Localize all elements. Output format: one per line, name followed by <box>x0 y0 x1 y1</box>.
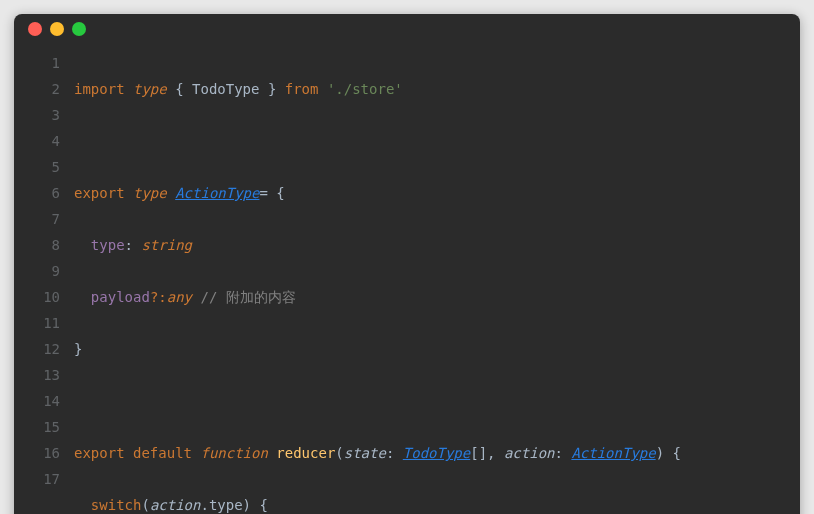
line-number: 2 <box>14 76 60 102</box>
line-number: 12 <box>14 336 60 362</box>
line-number: 4 <box>14 128 60 154</box>
line-number: 1 <box>14 50 60 76</box>
code-line <box>74 128 786 154</box>
code-line <box>74 388 786 414</box>
line-number: 15 <box>14 414 60 440</box>
line-number: 16 <box>14 440 60 466</box>
code-line: } <box>74 336 786 362</box>
line-number: 17 <box>14 466 60 492</box>
code-line: export type ActionType= { <box>74 180 786 206</box>
line-number: 9 <box>14 258 60 284</box>
code-line: payload?:any // 附加的内容 <box>74 284 786 310</box>
maximize-icon[interactable] <box>72 22 86 36</box>
code-line: export default function reducer(state: T… <box>74 440 786 466</box>
code-line: import type { TodoType } from './store' <box>74 76 786 102</box>
close-icon[interactable] <box>28 22 42 36</box>
code-line: switch(action.type) { <box>74 492 786 514</box>
code-area: 1 2 3 4 5 6 7 8 9 10 11 12 13 14 15 16 1… <box>14 44 800 514</box>
window-titlebar <box>14 14 800 44</box>
line-number: 5 <box>14 154 60 180</box>
line-gutter: 1 2 3 4 5 6 7 8 9 10 11 12 13 14 15 16 1… <box>14 50 74 514</box>
minimize-icon[interactable] <box>50 22 64 36</box>
code-line: type: string <box>74 232 786 258</box>
line-number: 10 <box>14 284 60 310</box>
line-number: 13 <box>14 362 60 388</box>
line-number: 11 <box>14 310 60 336</box>
line-number: 3 <box>14 102 60 128</box>
line-number: 6 <box>14 180 60 206</box>
line-number: 8 <box>14 232 60 258</box>
line-number: 14 <box>14 388 60 414</box>
code-content[interactable]: import type { TodoType } from './store' … <box>74 50 800 514</box>
line-number: 7 <box>14 206 60 232</box>
editor-window: 1 2 3 4 5 6 7 8 9 10 11 12 13 14 15 16 1… <box>14 14 800 514</box>
